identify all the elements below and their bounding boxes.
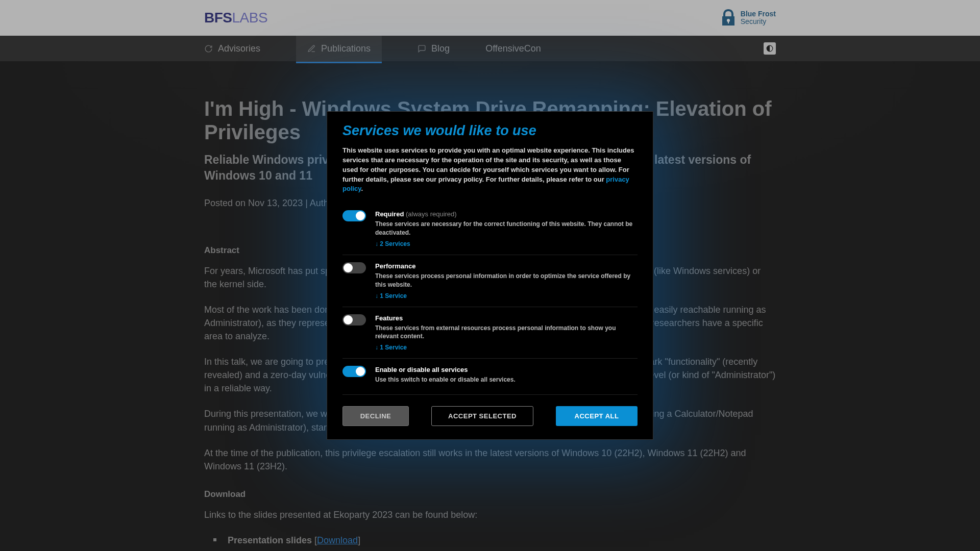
service-row-features: Features These services from external re… (342, 307, 638, 359)
service-expand[interactable]: ↓ 2 Services (375, 240, 638, 247)
accept-selected-button[interactable]: ACCEPT SELECTED (431, 406, 533, 426)
accept-all-button[interactable]: ACCEPT ALL (556, 406, 638, 426)
consent-overlay: Services we would like to use This websi… (0, 0, 980, 551)
service-title: Features (375, 314, 638, 322)
decline-button[interactable]: DECLINE (342, 406, 409, 426)
dialog-title: Services we would like to use (342, 123, 638, 139)
service-title: Performance (375, 262, 638, 270)
toggle-all[interactable] (342, 366, 366, 377)
toggle-required[interactable] (342, 210, 366, 221)
dialog-actions: DECLINE ACCEPT SELECTED ACCEPT ALL (342, 406, 638, 426)
service-expand[interactable]: ↓ 1 Service (375, 344, 638, 351)
service-expand[interactable]: ↓ 1 Service (375, 292, 638, 299)
service-row-all: Enable or disable all services Use this … (342, 359, 638, 395)
service-title: Enable or disable all services (375, 366, 638, 373)
service-row-required: Required (always required) These service… (342, 203, 638, 255)
dialog-intro: This website uses services to provide yo… (342, 146, 638, 194)
toggle-performance[interactable] (342, 262, 366, 273)
consent-dialog: Services we would like to use This websi… (327, 111, 653, 440)
service-desc: These services process personal informat… (375, 272, 638, 289)
service-desc: These services from external resources p… (375, 324, 638, 341)
service-row-performance: Performance These services process perso… (342, 255, 638, 307)
service-desc: These services are necessary for the cor… (375, 220, 638, 237)
service-title: Required (always required) (375, 210, 638, 218)
service-desc: Use this switch to enable or disable all… (375, 375, 638, 384)
toggle-features[interactable] (342, 314, 366, 325)
